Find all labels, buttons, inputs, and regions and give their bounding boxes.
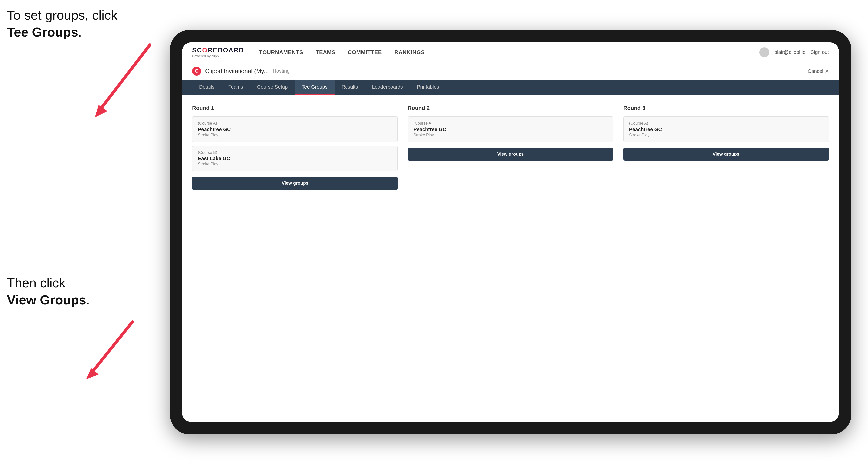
instruction-tee-groups: Tee Groups [7,25,78,39]
round-2-view-groups-button[interactable]: View groups [408,148,613,161]
nav-left: SCOREBOARD Powered by clippl TOURNAMENTS… [192,46,425,58]
round-1-view-groups-button[interactable]: View groups [192,177,398,190]
top-nav: SCOREBOARD Powered by clippl TOURNAMENTS… [182,42,839,62]
round-3-view-groups-button[interactable]: View groups [623,148,829,161]
round-2-course-a-format: Stroke Play [413,133,608,137]
svg-marker-3 [86,368,99,379]
logo-text: SCOREBOARD [192,46,244,54]
arrow-to-tee-groups [80,40,160,120]
arrow-to-view-groups [72,317,142,387]
round-1-course-b-name: East Lake GC [198,156,392,161]
svg-line-2 [92,322,132,372]
round-1-course-a-format: Stroke Play [198,133,392,137]
svg-line-0 [100,45,150,110]
tab-details[interactable]: Details [192,80,221,95]
hosting-label: Hosting [273,68,289,74]
cancel-button[interactable]: Cancel ✕ [808,68,829,74]
round-1-course-b-format: Stroke Play [198,162,392,166]
round-3-column: Round 3 (Course A) Peachtree GC Stroke P… [623,105,829,190]
logo-sub: Powered by clippl [192,54,220,58]
instruction-line1: To set groups, click [7,8,117,23]
nav-committee[interactable]: COMMITTEE [348,49,382,56]
svg-marker-1 [95,105,107,117]
user-email: blair@clippl.io [774,50,806,55]
rounds-container: Round 1 (Course A) Peachtree GC Stroke P… [192,105,829,190]
round-2-column: Round 2 (Course A) Peachtree GC Stroke P… [408,105,613,190]
nav-tournaments[interactable]: TOURNAMENTS [259,49,303,56]
round-3-course-a-card: (Course A) Peachtree GC Stroke Play [623,116,829,142]
round-3-course-a-name: Peachtree GC [629,127,823,132]
instruction-top: To set groups, click Tee Groups. [7,7,117,41]
nav-right: blair@clippl.io Sign out [760,48,829,57]
tab-results[interactable]: Results [335,80,365,95]
tab-teams[interactable]: Teams [221,80,250,95]
round-2-course-a-label: (Course A) [413,121,608,126]
tab-bar: Details Teams Course Setup Tee Groups Re… [182,80,839,95]
tab-printables[interactable]: Printables [410,80,446,95]
user-avatar [760,48,769,57]
instruction-bottom: Then click View Groups. [7,275,90,308]
round-2-course-a-name: Peachtree GC [413,127,608,132]
nav-links: TOURNAMENTS TEAMS COMMITTEE RANKINGS [259,49,425,56]
tab-tee-groups[interactable]: Tee Groups [294,80,334,95]
round-2-title: Round 2 [408,105,613,111]
sub-header: C Clippd Invitational (My... Hosting Can… [182,62,839,80]
round-1-course-b-label: (Course B) [198,150,392,155]
tournament-title: Clippd Invitational (My... [205,68,269,74]
tablet-frame: SCOREBOARD Powered by clippl TOURNAMENTS… [170,30,851,434]
round-2-course-a-card: (Course A) Peachtree GC Stroke Play [408,116,613,142]
round-1-course-b-card: (Course B) East Lake GC Stroke Play [192,146,398,171]
nav-rankings[interactable]: RANKINGS [395,49,425,56]
round-1-column: Round 1 (Course A) Peachtree GC Stroke P… [192,105,398,190]
round-3-course-a-format: Stroke Play [629,133,823,137]
round-3-title: Round 3 [623,105,829,111]
round-1-title: Round 1 [192,105,398,111]
main-content: Round 1 (Course A) Peachtree GC Stroke P… [182,95,839,422]
tab-leaderboards[interactable]: Leaderboards [365,80,410,95]
logo-area: SCOREBOARD Powered by clippl [192,46,244,58]
sign-out-link[interactable]: Sign out [811,50,829,55]
round-1-course-a-card: (Course A) Peachtree GC Stroke Play [192,116,398,142]
tournament-name-area: C Clippd Invitational (My... Hosting [192,67,289,75]
instruction-view-groups: View Groups [7,292,86,307]
tab-course-setup[interactable]: Course Setup [250,80,294,95]
round-1-course-a-label: (Course A) [198,121,392,126]
round-3-course-a-label: (Course A) [629,121,823,126]
nav-teams[interactable]: TEAMS [315,49,336,56]
instruction-then-click: Then click [7,276,65,290]
round-1-course-a-name: Peachtree GC [198,127,392,132]
tablet-screen: SCOREBOARD Powered by clippl TOURNAMENTS… [182,42,839,422]
tournament-icon: C [192,67,201,75]
